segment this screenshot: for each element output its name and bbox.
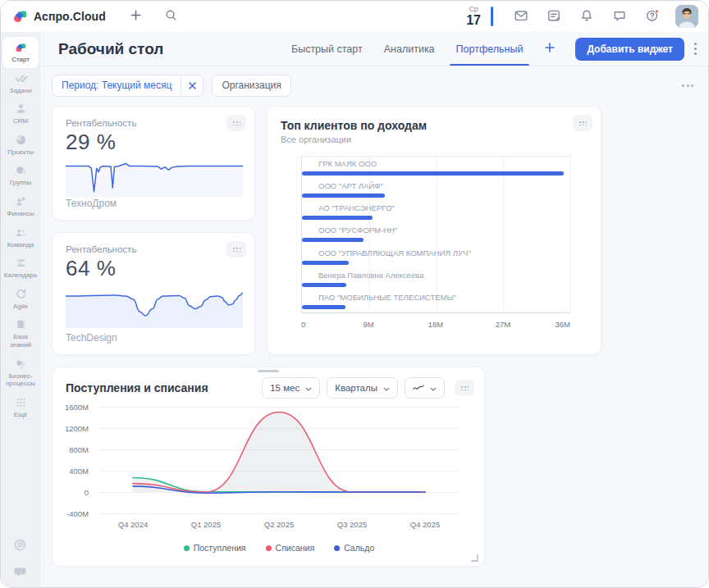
bar-label: ООО "РУСФОРМ-НН" bbox=[302, 226, 570, 235]
bar-row: Венера Павловна Алексеева bbox=[302, 268, 570, 290]
widget-subtitle: Все организации bbox=[281, 134, 588, 144]
main-content: Рабочий стол Быстрый стартАналитикаПортф… bbox=[40, 32, 708, 587]
page-header: Рабочий стол Быстрый стартАналитикаПортф… bbox=[40, 32, 708, 66]
company-label: TechDesign bbox=[66, 332, 117, 344]
widget-drag-handle[interactable] bbox=[455, 380, 474, 396]
topbar: Аспро.Cloud Ср 17 bbox=[1, 1, 708, 32]
app-window: Аспро.Cloud Ср 17 СтартЗадачиCRMПроектыГ… bbox=[0, 0, 709, 588]
widget-drag-handle[interactable] bbox=[226, 241, 246, 258]
filters-bar: Период: Текущий месяц Организация bbox=[52, 66, 698, 104]
filters-more-button[interactable] bbox=[677, 80, 698, 92]
user-avatar[interactable] bbox=[675, 5, 698, 28]
tab-3[interactable]: Портфельный bbox=[450, 32, 530, 66]
legend-dot-icon bbox=[266, 545, 272, 551]
period-filter-chip[interactable]: Период: Текущий месяц bbox=[52, 75, 204, 97]
period-filter-label: Период: Текущий месяц bbox=[53, 80, 181, 91]
bar-row: АО "ТРАНСЭНЕРГО" bbox=[302, 201, 570, 223]
sidebar-item-knowledge-base[interactable]: База знаний bbox=[2, 314, 39, 353]
more-menu-button[interactable] bbox=[691, 39, 700, 59]
support-chat-icon bbox=[13, 564, 27, 579]
sidebar-item-label: CRM bbox=[13, 117, 28, 125]
sidebar-nav: СтартЗадачиCRMПроектыГруппыФинансыКоманд… bbox=[1, 32, 40, 587]
messages-button[interactable] bbox=[603, 5, 636, 29]
widget-title: Поступления и списания bbox=[66, 381, 208, 394]
groups-icon bbox=[15, 164, 27, 176]
profitability-widget-technodrom: Рентабельность 29 % ТехноДром bbox=[52, 106, 255, 221]
sidebar-support-button[interactable] bbox=[13, 564, 28, 579]
more-icon bbox=[15, 396, 27, 408]
close-icon bbox=[189, 80, 196, 92]
sidebar-item-label: Группы bbox=[10, 179, 32, 187]
sidebar-item-business-processes[interactable]: Бизнес-процессы bbox=[2, 353, 39, 392]
promo-icon bbox=[13, 538, 27, 553]
help-button[interactable] bbox=[636, 5, 669, 29]
sidebar-item-label: Бизнес-процессы bbox=[2, 372, 39, 388]
sidebar-item-projects[interactable]: Проекты bbox=[2, 130, 39, 161]
finance-icon bbox=[15, 195, 27, 207]
brand-name: Аспро.Cloud bbox=[34, 10, 106, 23]
sidebar-item-finance[interactable]: Финансы bbox=[2, 191, 39, 222]
bar-label: ПАО "МОБИЛЬНЫЕ ТЕЛЕСИСТЕМЫ" bbox=[302, 293, 570, 302]
legend-item[interactable]: Поступления bbox=[184, 543, 246, 553]
chart-type-select[interactable] bbox=[405, 377, 445, 399]
legend-item[interactable]: Списания bbox=[266, 543, 315, 553]
mail-icon bbox=[514, 8, 528, 25]
range-select-value: 15 мес bbox=[270, 383, 300, 393]
range-select[interactable]: 15 мес bbox=[262, 377, 320, 399]
legend-label: Списания bbox=[276, 543, 315, 553]
notifications-button[interactable] bbox=[570, 5, 603, 29]
organization-filter-chip[interactable]: Организация bbox=[212, 75, 290, 97]
x-tick-label: 27M bbox=[496, 320, 510, 329]
bar-row: ООО "АРТ ЛАЙФ" bbox=[302, 179, 570, 201]
sidebar-item-more[interactable]: Ещё bbox=[2, 392, 39, 423]
y-tick-label: 1200M bbox=[65, 424, 89, 433]
tab-2[interactable]: Аналитика bbox=[377, 32, 441, 66]
bell-icon bbox=[579, 8, 594, 25]
chevron-down-icon bbox=[305, 383, 312, 393]
sidebar-item-calendar[interactable]: Календарь bbox=[2, 253, 39, 284]
chevron-down-icon bbox=[383, 383, 390, 393]
sidebar-item-label: Календарь bbox=[4, 271, 37, 280]
sidebar-item-crm[interactable]: CRM bbox=[2, 98, 39, 130]
sidebar-item-tasks[interactable]: Задачи bbox=[2, 68, 39, 99]
bar bbox=[302, 283, 346, 287]
widget-resize-handle[interactable] bbox=[469, 552, 478, 562]
x-tick-label: Q4 2025 bbox=[410, 520, 440, 529]
company-label: ТехноДром bbox=[66, 198, 117, 209]
bar-row: ООО "УПРАВЛЯЮЩАЯ КОМПАНИЯ ЛУЧ" bbox=[302, 246, 570, 268]
widget-resize-dash[interactable] bbox=[258, 370, 279, 372]
notes-button[interactable] bbox=[537, 5, 570, 29]
start-logo-icon bbox=[15, 41, 27, 53]
x-tick-label: 36M bbox=[556, 320, 570, 329]
bar-label: ГРК МАЯК ООО bbox=[302, 159, 570, 168]
mail-button[interactable] bbox=[505, 5, 537, 29]
date-weekday: Ср bbox=[469, 6, 478, 13]
sidebar-item-team[interactable]: Команда bbox=[2, 222, 39, 253]
create-button[interactable] bbox=[126, 5, 146, 28]
tab-1[interactable]: Быстрый старт bbox=[285, 32, 369, 66]
sidebar-bottom bbox=[13, 538, 28, 579]
period-filter-clear-button[interactable] bbox=[181, 75, 203, 96]
legend-item[interactable]: Сальдо bbox=[334, 543, 374, 553]
widget-title: Топ клиентов по доходам bbox=[281, 119, 588, 132]
agile-icon bbox=[15, 288, 27, 300]
calendar-date[interactable]: Ср 17 bbox=[466, 6, 481, 27]
add-tab-button[interactable] bbox=[539, 41, 560, 57]
drag-dots-icon bbox=[460, 385, 469, 390]
search-button[interactable] bbox=[161, 5, 181, 28]
sidebar-item-start[interactable]: Старт bbox=[2, 37, 39, 68]
x-tick-label: 0 bbox=[301, 320, 305, 329]
add-widget-button[interactable]: Добавить виджет bbox=[575, 38, 684, 61]
cashflow-area-chart bbox=[98, 407, 460, 513]
grouping-select[interactable]: Кварталы bbox=[327, 377, 398, 399]
x-tick-label: Q3 2025 bbox=[337, 520, 367, 529]
sidebar-item-groups[interactable]: Группы bbox=[2, 160, 39, 191]
sidebar-item-agile[interactable]: Agile bbox=[2, 284, 39, 315]
sidebar-item-label: Agile bbox=[13, 303, 28, 311]
widget-drag-handle[interactable] bbox=[226, 115, 246, 131]
sidebar-promo-button[interactable] bbox=[13, 538, 28, 553]
legend-dot-icon bbox=[334, 545, 340, 551]
profitability-widget-techdesign: Рентабельность 64 % TechDesign bbox=[52, 232, 255, 355]
widget-drag-handle[interactable] bbox=[573, 115, 592, 131]
cashflow-header: Поступления и списания 15 мес Кварталы bbox=[53, 367, 484, 399]
